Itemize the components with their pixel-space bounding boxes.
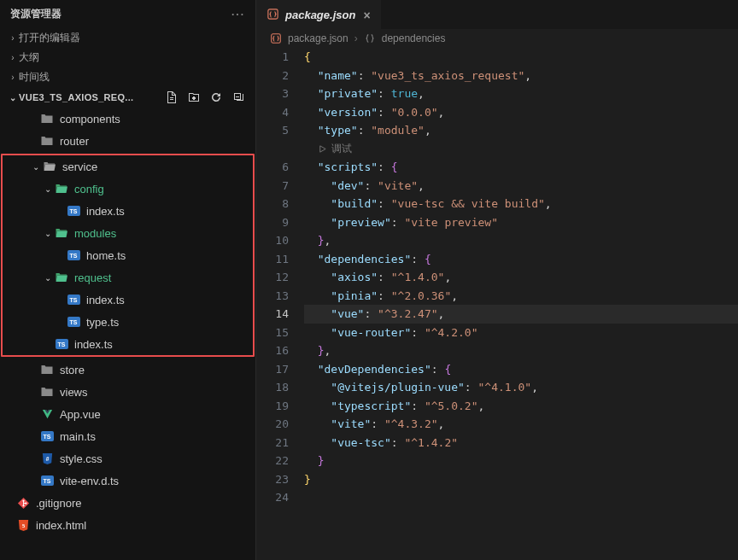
code-line[interactable]: "type": "module",: [304, 121, 738, 140]
line-number: 2: [256, 67, 289, 85]
line-number: 23: [256, 470, 289, 489]
section-label: 时间线: [19, 70, 50, 85]
debug-run-hint[interactable]: 调试: [304, 140, 738, 159]
line-number: 5: [256, 121, 289, 140]
tree-item-App-vue[interactable]: App.vue: [0, 403, 255, 425]
line-number: 6: [256, 158, 289, 177]
tree-item-style-css[interactable]: #style.css: [0, 447, 255, 470]
code-line[interactable]: "preview": "vite preview": [304, 213, 738, 232]
folder-open-g-icon: [54, 270, 69, 285]
code-line[interactable]: "version": "0.0.0",: [304, 103, 738, 122]
code-line[interactable]: "vue-router": "^4.2.0": [304, 324, 738, 342]
tree-item-label: App.vue: [60, 408, 101, 421]
line-number: 7: [256, 177, 289, 195]
line-number: 15: [256, 324, 289, 342]
tree-item--gitignore[interactable]: .gitignore: [0, 492, 255, 514]
tree-item-index-html[interactable]: 5index.html: [0, 514, 255, 536]
code-line[interactable]: "vue": "^3.2.47",: [304, 305, 738, 324]
code-line[interactable]: }: [304, 452, 738, 470]
tree-item-label: index.ts: [74, 338, 113, 351]
tree-item-type-ts[interactable]: TStype.ts: [3, 311, 253, 333]
code-line[interactable]: {: [304, 48, 738, 67]
chevron-right-icon: ›: [354, 32, 358, 44]
ts-icon: TS: [39, 473, 55, 488]
tree-item-service[interactable]: ⌄service: [3, 155, 253, 178]
tree-item-vite-env-d-ts[interactable]: TSvite-env.d.ts: [0, 470, 255, 492]
code-line[interactable]: "axios": "^1.4.0",: [304, 268, 738, 287]
code-line[interactable]: "build": "vue-tsc && vite build",: [304, 195, 738, 213]
explorer-title: 资源管理器: [10, 7, 231, 21]
code-lines[interactable]: { "name": "vue3_ts_axios_request", "priv…: [304, 48, 738, 560]
folder-closed-icon: [39, 111, 55, 126]
explorer-header: 资源管理器 ···: [0, 0, 255, 28]
tree-item-main-ts[interactable]: TSmain.ts: [0, 425, 255, 447]
chevron-right-icon: ›: [7, 33, 19, 43]
line-number: 8: [256, 195, 289, 213]
json-icon: [266, 8, 279, 23]
folder-open-g-icon: [54, 181, 69, 196]
tree-item-modules[interactable]: ⌄modules: [3, 222, 253, 244]
css-icon: #: [39, 451, 55, 466]
line-gutter: 123456789101112131415161718192021222324: [256, 48, 304, 560]
tree-item-label: config: [74, 183, 104, 195]
code-line[interactable]: "vue-tsc": "^1.4.2": [304, 434, 738, 452]
new-folder-icon[interactable]: [187, 90, 201, 104]
code-line[interactable]: },: [304, 231, 738, 250]
tree-item-label: service: [62, 160, 97, 173]
tree-item-home-ts[interactable]: TShome.ts: [3, 244, 253, 266]
code-line[interactable]: "scripts": {: [304, 158, 738, 177]
refresh-icon[interactable]: [209, 90, 223, 104]
tree-item-components[interactable]: components: [0, 108, 255, 130]
tree-item-label: modules: [74, 227, 116, 240]
git-icon: [15, 495, 31, 510]
close-icon[interactable]: ×: [363, 9, 370, 22]
line-number: 4: [256, 103, 289, 122]
code-line[interactable]: "private": true,: [304, 85, 738, 103]
editor-pane: package.json × package.json › dependenci…: [256, 0, 738, 560]
ts-icon: TS: [66, 292, 81, 307]
project-root[interactable]: ⌄ VUE3_TS_AXIOS_REQ...: [0, 87, 255, 108]
more-icon[interactable]: ···: [231, 9, 245, 20]
highlighted-folder-group: ⌄service⌄configTSindex.ts⌄modulesTShome.…: [1, 154, 255, 357]
explorer-sidebar: 资源管理器 ··· › 打开的编辑器 › 大纲 › 时间线 ⌄ VUE3_TS_…: [0, 0, 256, 560]
tree-item-index-ts[interactable]: TSindex.ts: [3, 289, 253, 311]
tree-item-index-ts[interactable]: TSindex.ts: [3, 200, 253, 222]
code-line[interactable]: "dev": "vite",: [304, 177, 738, 195]
code-line[interactable]: "vite": "^4.3.2",: [304, 415, 738, 434]
tree-item-label: views: [60, 386, 88, 399]
section-timeline[interactable]: › 时间线: [0, 67, 255, 87]
code-line[interactable]: "typescript": "^5.0.2",: [304, 397, 738, 416]
code-line[interactable]: [304, 488, 738, 507]
svg-text:#: #: [45, 456, 49, 462]
section-open-editors[interactable]: › 打开的编辑器: [0, 28, 255, 48]
new-file-icon[interactable]: [165, 90, 179, 104]
breadcrumb[interactable]: package.json › dependencies: [256, 29, 738, 48]
tree-item-router[interactable]: router: [0, 130, 255, 152]
tree-item-label: main.ts: [60, 430, 96, 443]
tree-item-label: components: [60, 113, 120, 125]
collapse-all-icon[interactable]: [231, 90, 245, 104]
code-line[interactable]: "dependencies": {: [304, 250, 738, 269]
project-name: VUE3_TS_AXIOS_REQ...: [19, 92, 165, 102]
code-line[interactable]: "devDependencies": {: [304, 360, 738, 379]
code-editor[interactable]: 123456789101112131415161718192021222324 …: [256, 48, 738, 560]
json-icon: [270, 32, 282, 44]
code-line[interactable]: "name": "vue3_ts_axios_request",: [304, 67, 738, 85]
section-outline[interactable]: › 大纲: [0, 48, 255, 67]
chevron-down-icon: ⌄: [30, 162, 42, 172]
tree-item-views[interactable]: views: [0, 381, 255, 403]
line-number: 10: [256, 231, 289, 250]
tree-item-request[interactable]: ⌄request: [3, 266, 253, 289]
ts-icon: TS: [66, 203, 81, 219]
code-line[interactable]: "pinia": "^2.0.36",: [304, 287, 738, 306]
file-tree: componentsrouter⌄service⌄configTSindex.t…: [0, 108, 255, 543]
code-line[interactable]: }: [304, 470, 738, 489]
tree-item-store[interactable]: store: [0, 359, 255, 381]
line-number: 3: [256, 85, 289, 103]
tree-item-index-ts[interactable]: TSindex.ts: [3, 333, 253, 355]
code-line[interactable]: },: [304, 341, 738, 360]
chevron-down-icon: ⌄: [42, 229, 54, 238]
tab-package-json[interactable]: package.json ×: [256, 0, 381, 29]
code-line[interactable]: "@vitejs/plugin-vue": "^4.1.0",: [304, 378, 738, 397]
tree-item-config[interactable]: ⌄config: [3, 178, 253, 200]
